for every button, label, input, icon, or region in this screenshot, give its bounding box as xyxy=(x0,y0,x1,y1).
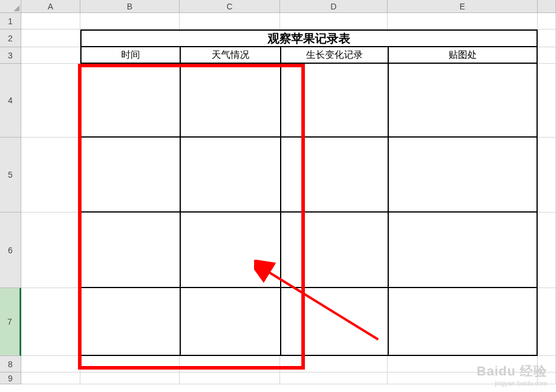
row-header-9[interactable]: 9 xyxy=(0,373,21,384)
table-title[interactable]: 观察苹果记录表 xyxy=(80,30,538,47)
data-d4[interactable] xyxy=(280,64,388,138)
cell-f2[interactable] xyxy=(538,30,556,47)
cell-a3[interactable] xyxy=(21,47,80,64)
table-header-weather[interactable]: 天气情况 xyxy=(180,47,280,64)
data-b5[interactable] xyxy=(80,138,180,213)
row-header-5[interactable]: 5 xyxy=(0,138,21,213)
cell-a7[interactable] xyxy=(21,288,80,356)
cell-b1[interactable] xyxy=(80,13,180,30)
col-header-e[interactable]: E xyxy=(388,0,538,13)
data-e7[interactable] xyxy=(388,288,538,356)
cell-f8[interactable] xyxy=(538,356,556,373)
cell-f7[interactable] xyxy=(538,288,556,356)
table-header-time[interactable]: 时间 xyxy=(80,47,180,64)
cell-c8[interactable] xyxy=(180,356,280,373)
select-all-triangle-icon xyxy=(14,5,19,11)
row-header-2[interactable]: 2 xyxy=(0,30,21,47)
table-data-grid xyxy=(80,64,538,356)
cell-f1[interactable] xyxy=(538,13,556,30)
grid-area[interactable]: 观察苹果记录表 时间 天气情况 生长变化记录 贴图处 xyxy=(21,13,556,384)
col-header-b[interactable]: B xyxy=(80,0,180,13)
cell-a9[interactable] xyxy=(21,373,80,384)
select-all-corner[interactable] xyxy=(0,0,21,13)
cell-d1[interactable] xyxy=(280,13,388,30)
data-d5[interactable] xyxy=(280,138,388,213)
cell-a2[interactable] xyxy=(21,30,80,47)
cell-f3[interactable] xyxy=(538,47,556,64)
col-header-d[interactable]: D xyxy=(280,0,388,13)
spreadsheet: A B C D E 1 2 3 4 5 6 7 8 9 xyxy=(0,0,556,392)
cell-c9[interactable] xyxy=(180,373,280,384)
table-header-growth[interactable]: 生长变化记录 xyxy=(280,47,388,64)
row-headers: 1 2 3 4 5 6 7 8 9 xyxy=(0,13,21,384)
cell-c1[interactable] xyxy=(180,13,280,30)
data-e4[interactable] xyxy=(388,64,538,138)
cell-f5[interactable] xyxy=(538,138,556,213)
cell-e1[interactable] xyxy=(388,13,538,30)
cell-a4[interactable] xyxy=(21,64,80,138)
data-d6[interactable] xyxy=(280,213,388,288)
data-c5[interactable] xyxy=(180,138,280,213)
row-header-6[interactable]: 6 xyxy=(0,213,21,288)
table-header-picture[interactable]: 贴图处 xyxy=(388,47,538,64)
col-header-a[interactable]: A xyxy=(21,0,80,13)
data-c6[interactable] xyxy=(180,213,280,288)
cell-f9[interactable] xyxy=(538,373,556,384)
cell-b9[interactable] xyxy=(80,373,180,384)
cell-a1[interactable] xyxy=(21,13,80,30)
data-d7[interactable] xyxy=(280,288,388,356)
table-header-row: 时间 天气情况 生长变化记录 贴图处 xyxy=(80,47,538,64)
column-headers: A B C D E xyxy=(21,0,556,13)
row-header-8[interactable]: 8 xyxy=(0,356,21,373)
data-c7[interactable] xyxy=(180,288,280,356)
cell-a5[interactable] xyxy=(21,138,80,213)
data-b4[interactable] xyxy=(80,64,180,138)
cell-b8[interactable] xyxy=(80,356,180,373)
data-b7[interactable] xyxy=(80,288,180,356)
cell-d9[interactable] xyxy=(280,373,388,384)
cell-f6[interactable] xyxy=(538,213,556,288)
cell-d8[interactable] xyxy=(280,356,388,373)
cell-e9[interactable] xyxy=(388,373,538,384)
row-header-3[interactable]: 3 xyxy=(0,47,21,64)
cell-f4[interactable] xyxy=(538,64,556,138)
row-header-7[interactable]: 7 xyxy=(0,288,21,356)
col-header-c[interactable]: C xyxy=(180,0,280,13)
data-e6[interactable] xyxy=(388,213,538,288)
col-header-next[interactable] xyxy=(538,0,556,13)
cell-a8[interactable] xyxy=(21,356,80,373)
data-b6[interactable] xyxy=(80,213,180,288)
row-header-4[interactable]: 4 xyxy=(0,64,21,138)
cell-a6[interactable] xyxy=(21,213,80,288)
data-e5[interactable] xyxy=(388,138,538,213)
row-header-1[interactable]: 1 xyxy=(0,13,21,30)
data-c4[interactable] xyxy=(180,64,280,138)
cell-e8[interactable] xyxy=(388,356,538,373)
